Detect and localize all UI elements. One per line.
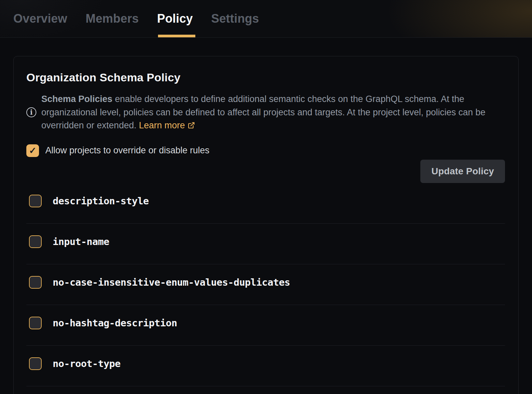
rule-name: no-hashtag-description [53, 317, 177, 329]
learn-more-label: Learn more [139, 120, 185, 130]
rules-list: description-style input-name no-case-ins… [26, 183, 505, 386]
rule-name: no-case-insensitive-enum-values-duplicat… [53, 277, 290, 288]
check-icon: ✓ [29, 145, 37, 156]
policy-description: Schema Policies enable developers to def… [41, 93, 499, 132]
tab-members[interactable]: Members [86, 0, 139, 37]
rule-checkbox[interactable] [29, 195, 42, 207]
rule-checkbox[interactable] [29, 235, 42, 248]
rule-checkbox[interactable] [29, 276, 42, 289]
rule-row: no-hashtag-description [26, 305, 505, 346]
rule-checkbox[interactable] [29, 317, 42, 329]
tab-members-label: Members [86, 12, 139, 26]
info-callout: i Schema Policies enable developers to d… [26, 93, 500, 132]
allow-override-label: Allow projects to override or disable ru… [45, 145, 209, 156]
page: Overview Members Policy Settings Organiz… [0, 0, 532, 394]
rule-row: no-case-insensitive-enum-values-duplicat… [26, 264, 505, 305]
rule-name: no-root-type [53, 358, 121, 369]
active-tab-indicator [158, 35, 195, 37]
top-tab-bar: Overview Members Policy Settings [0, 0, 532, 38]
tab-settings-label: Settings [211, 12, 259, 26]
tab-settings[interactable]: Settings [211, 0, 259, 37]
allow-override-checkbox[interactable]: ✓ [26, 144, 39, 157]
rule-row: description-style [26, 183, 505, 224]
update-policy-row: Update Policy [26, 160, 505, 183]
tab-policy[interactable]: Policy [157, 0, 193, 37]
tab-policy-label: Policy [157, 12, 193, 26]
page-title: Organization Schema Policy [26, 71, 505, 84]
tab-overview[interactable]: Overview [13, 0, 67, 37]
learn-more-link[interactable]: Learn more [139, 120, 195, 130]
rule-row: no-root-type [26, 346, 505, 386]
tab-nav: Overview Members Policy Settings [0, 0, 532, 37]
policy-card: Organization Schema Policy i Schema Poli… [13, 56, 519, 394]
info-icon: i [26, 107, 36, 117]
policy-description-lead: Schema Policies [41, 94, 112, 104]
rule-row: input-name [26, 224, 505, 264]
allow-override-row: ✓ Allow projects to override or disable … [26, 144, 505, 157]
rule-checkbox[interactable] [29, 357, 42, 370]
tab-overview-label: Overview [13, 12, 67, 26]
rule-name: input-name [53, 236, 109, 247]
external-link-icon [188, 122, 195, 129]
update-policy-button[interactable]: Update Policy [420, 160, 505, 183]
rule-name: description-style [53, 195, 149, 207]
